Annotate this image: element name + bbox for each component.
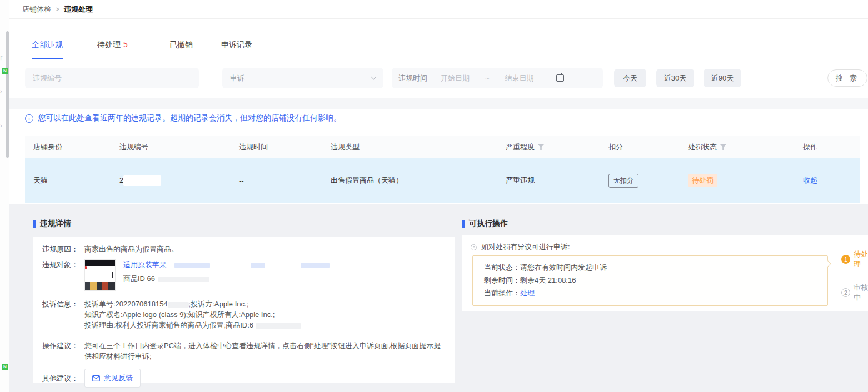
object-info: 适用原装苹果 商品ID 66 bbox=[123, 259, 330, 291]
new-badge: N bbox=[2, 68, 8, 74]
cell-severity: 严重违规 bbox=[506, 175, 608, 185]
object-label: 违规对象： bbox=[42, 259, 84, 291]
complaint-text: 投诉单号:2022070618154;投诉方:Apple Inc.; 知识产权名… bbox=[84, 299, 301, 330]
filter-bar: 申诉 违规时间 开始日期 ~ 结束日期 今天 近30天 近90天 搜 索 bbox=[9, 68, 868, 89]
violation-detail-title: 违规详情 bbox=[33, 219, 71, 229]
complaint-row: 投诉信息： 投诉单号:2022070618154;投诉方:Apple Inc.;… bbox=[42, 299, 446, 330]
step-reviewing: 2 审核中 bbox=[841, 283, 868, 303]
advice-text: 您可在三个工作日内登录PC端，进入体检中心查看违规详情，点击右侧“处理”按钮进入… bbox=[84, 340, 443, 361]
calendar-icon[interactable] bbox=[556, 74, 564, 82]
last-90-days-button[interactable]: 近90天 bbox=[704, 69, 741, 87]
target-icon bbox=[471, 244, 477, 250]
advice-row: 操作建议： 您可在三个工作日内登录PC端，进入体检中心查看违规详情，点击右侧“处… bbox=[42, 340, 446, 361]
breadcrumb: 店铺体检 > 违规处理 bbox=[9, 0, 868, 19]
cell-actions: 收起 bbox=[803, 175, 860, 185]
header-deduction: 扣分 bbox=[608, 142, 688, 152]
violations-table: 店铺身份 违规编号 违规时间 违规类型 严重程度 扣分 处罚状态 操作 天猫 2 bbox=[25, 136, 860, 203]
header-shop-identity: 店铺身份 bbox=[25, 142, 119, 152]
actions-title: 可执行操作 bbox=[462, 219, 508, 229]
today-button[interactable]: 今天 bbox=[614, 69, 646, 87]
header-violation-type: 违规类型 bbox=[331, 142, 506, 152]
table-header-row: 店铺身份 违规编号 违规时间 违规类型 严重程度 扣分 处罚状态 操作 bbox=[25, 136, 860, 158]
appeal-status-box: 当前状态：请您在有效时间内发起申诉 剩余时间：剩余4天 21:08:16 当前操… bbox=[472, 255, 828, 306]
breadcrumb-separator-icon: > bbox=[56, 6, 59, 13]
reason-label: 违规原因： bbox=[42, 244, 84, 254]
product-thumbnail[interactable] bbox=[84, 259, 116, 291]
tab-appeal-records[interactable]: 申诉记录 bbox=[221, 40, 252, 59]
cell-penalty-status: 待处罚 bbox=[688, 174, 803, 187]
step-connector bbox=[846, 269, 868, 283]
cell-violation-time: -- bbox=[239, 177, 331, 185]
redaction-overlay bbox=[123, 175, 161, 186]
complaint-number: 投诉单号:2022070618154 bbox=[84, 300, 168, 308]
other-label: 其他建议： bbox=[42, 373, 84, 384]
start-date-placeholder[interactable]: 开始日期 bbox=[441, 73, 470, 83]
last-30-days-button[interactable]: 近30天 bbox=[656, 69, 694, 87]
no-deduction-tag: 无扣分 bbox=[608, 174, 638, 188]
appeal-steps: 1 待处理 2 审核中 bbox=[841, 249, 868, 316]
appeal-select-value: 申诉 bbox=[230, 73, 245, 83]
product-link[interactable]: 适用原装苹果 bbox=[123, 260, 167, 269]
remaining-time-label: 剩余时间： bbox=[484, 276, 520, 284]
tab-revoked-label: 已撤销 bbox=[169, 40, 193, 49]
step-pending: 1 待处理 bbox=[841, 249, 868, 269]
sidebar-scrollbar[interactable] bbox=[6, 31, 9, 158]
violation-id-input[interactable] bbox=[25, 68, 199, 88]
cell-violation-type: 出售假冒商品（天猫） bbox=[331, 175, 506, 185]
box-notch bbox=[825, 260, 831, 267]
filter-funnel-icon[interactable] bbox=[720, 144, 726, 150]
thumbnail-mark bbox=[112, 272, 113, 278]
appeal-select[interactable]: 申诉 bbox=[222, 68, 383, 88]
actions-title-label: 可执行操作 bbox=[469, 219, 508, 229]
notice-bar: i 您可以在此处查看近两年的违规记录。超期的记录会消失，但对您的店铺没有任何影响… bbox=[25, 113, 341, 123]
complaint-cause: 投诉理由:权利人投诉商家销售的商品为假冒;商品ID:6 bbox=[84, 321, 253, 329]
violation-time-range[interactable]: 违规时间 开始日期 ~ 结束日期 bbox=[392, 68, 603, 88]
detail-area: 违规详情 违规原因： 商家出售的商品为假冒商品。 违规对象： bbox=[9, 204, 868, 392]
redacted-text bbox=[301, 263, 330, 268]
step-connector bbox=[846, 303, 868, 316]
breadcrumb-current: 违规处理 bbox=[64, 4, 93, 14]
header-penalty-status: 处罚状态 bbox=[688, 142, 803, 152]
range-separator: ~ bbox=[485, 74, 490, 82]
step-1-circle: 1 bbox=[841, 255, 850, 264]
tab-revoked[interactable]: 已撤销 bbox=[169, 40, 193, 59]
advice-label: 操作建议： bbox=[42, 340, 84, 361]
tab-bar: 全部违规 待处理5 已撤销 申诉记录 bbox=[9, 40, 868, 59]
section-divider bbox=[9, 98, 868, 109]
new-badge: N bbox=[2, 364, 8, 370]
step-1-label: 待处理 bbox=[854, 249, 868, 269]
feedback-button[interactable]: 意见反馈 bbox=[84, 369, 141, 388]
cell-shop-identity: 天猫 bbox=[25, 175, 119, 185]
main-content: 店铺体检 > 违规处理 全部违规 待处理5 已撤销 申诉记录 申诉 bbox=[9, 0, 868, 392]
thumbnail-dark-strip bbox=[85, 260, 115, 266]
complaint-label: 投诉信息： bbox=[42, 299, 84, 330]
reason-text: 商家出售的商品为假冒商品。 bbox=[84, 244, 178, 254]
complaint-party: ;投诉方:Apple Inc.; bbox=[189, 300, 249, 308]
breadcrumb-parent[interactable]: 店铺体检 bbox=[22, 4, 51, 14]
violation-detail-title-label: 违规详情 bbox=[40, 219, 71, 229]
complaint-ip: 知识产权名:Apple logo (class 9);知识产权所有人:Apple… bbox=[84, 309, 301, 320]
sidebar-sliver: ꜒ › › N N bbox=[0, 0, 9, 392]
search-button[interactable]: 搜 索 bbox=[827, 69, 867, 87]
time-range-label: 违规时间 bbox=[398, 73, 427, 83]
current-operation-label: 当前操作： bbox=[484, 289, 520, 297]
envelope-icon bbox=[92, 375, 100, 381]
end-date-placeholder[interactable]: 结束日期 bbox=[505, 73, 534, 83]
sidebar-clipped-text: ꜒ bbox=[0, 54, 3, 62]
notice-text: 您可以在此处查看近两年的违规记录。超期的记录会消失，但对您的店铺没有任何影响。 bbox=[38, 113, 341, 123]
redacted-text bbox=[256, 323, 301, 329]
red-dot-badge bbox=[84, 266, 87, 269]
violation-detail-card: 违规原因： 商家出售的商品为假冒商品。 违规对象： 适用原装苹果 bbox=[33, 237, 455, 383]
collapse-link[interactable]: 收起 bbox=[803, 176, 817, 184]
other-row: 其他建议： 意见反馈 bbox=[42, 369, 446, 388]
step-2-circle: 2 bbox=[841, 288, 850, 297]
violation-id-fragment: 2 bbox=[119, 175, 123, 184]
header-penalty-status-label: 处罚状态 bbox=[688, 142, 717, 152]
filter-funnel-icon[interactable] bbox=[538, 144, 544, 150]
tab-pending[interactable]: 待处理5 bbox=[97, 40, 128, 59]
redacted-text bbox=[168, 302, 189, 308]
actions-card: 如对处罚有异议可进行申诉: 当前状态：请您在有效时间内发起申诉 剩余时间：剩余4… bbox=[462, 235, 868, 311]
object-row: 违规对象： 适用原装苹果 bbox=[42, 259, 446, 291]
tab-all-violations[interactable]: 全部违规 bbox=[32, 40, 63, 59]
handle-link[interactable]: 处理 bbox=[520, 289, 535, 297]
